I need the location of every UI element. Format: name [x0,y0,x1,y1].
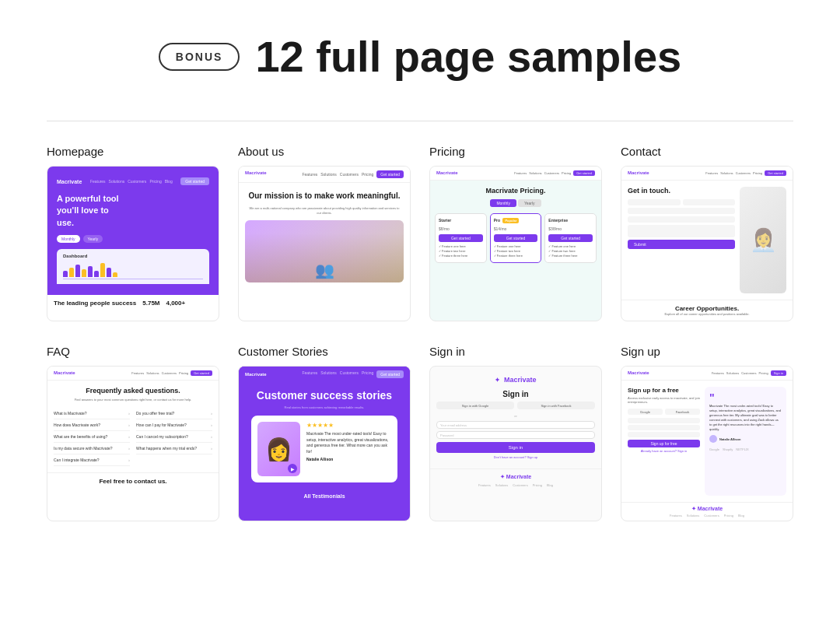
sample-preview-stories[interactable]: Macrivate Features Solutions Customers P… [238,366,411,521]
faq-item[interactable]: Can I cancel my subscription? › [136,431,212,443]
sample-preview-pricing[interactable]: Macrivate Features Solutions Customers P… [429,166,602,321]
sample-stories: Customer Stories Macrivate Features Solu… [238,345,411,521]
signup-facebook-btn[interactable]: Facebook [665,409,700,415]
contact-submit-btn[interactable]: Submit [628,240,735,249]
signin-google-btn[interactable]: Sign in with Google [436,402,514,409]
faq-item[interactable]: What are the benefits of using? › [54,431,130,443]
signin-logo-icon: ✦ [495,377,500,384]
sample-label-stories: Customer Stories [238,345,411,358]
contact-career-title: Career Opportunities. [628,305,786,312]
sample-preview-contact[interactable]: Macrivate Features Solutions Customers P… [621,166,793,321]
page-header: BONUS 12 full page samples [47,31,793,82]
sample-signin: Sign in ✦ Macrivate Sign in Sign in with… [429,345,602,521]
contact-topic[interactable] [628,216,735,223]
signin-password-field[interactable]: Password [436,431,595,439]
sample-faq: FAQ Macrivate Features Solutions Custome… [47,345,219,521]
faq-headline: Frequently asked questions. [54,387,212,395]
samples-row-2: FAQ Macrivate Features Solutions Custome… [47,345,793,521]
signup-signin-link[interactable]: Already have an account? Sign in [628,449,700,453]
faq-item[interactable]: Can I integrate Macrivate? › [54,454,130,466]
hp-stat-label: The leading people success [54,300,136,307]
about-people-image: 👥 [315,261,334,279]
stories-all-testimonials[interactable]: All Testimonials [245,493,404,499]
contact-agent-photo: 👩‍💼 [740,187,786,293]
pricing-tab-monthly[interactable]: Monthly [490,199,516,207]
contact-message[interactable] [628,225,735,237]
bonus-badge: BONUS [159,43,240,71]
pricing-tab-yearly[interactable]: Yearly [518,199,541,207]
faq-item[interactable]: How can I pay for Macrivate? › [136,419,212,431]
signup-password-field[interactable] [628,432,700,437]
stories-headline: Customer success stories [248,388,401,402]
signin-signup-link[interactable]: Don't have an account? Sign up [436,455,595,459]
pricing-headline: Macrivate Pricing. [435,187,597,195]
sample-label-homepage: Homepage [47,145,219,158]
contact-headline: Get in touch. [628,187,735,195]
stories-testimonial-card: 👩 ▶ ★★★★★ Macrivate The most under-rated… [251,416,397,482]
pricing-card-starter: Starter $8/mo Get started ✓ Feature one … [435,213,487,263]
signin-logo: ✦ Macrivate [436,376,595,384]
hp-stat-2: 4,000+ [166,300,186,307]
signup-author-avatar [709,435,717,443]
faq-item[interactable]: How does Macrivate work? › [54,419,130,431]
pricing-card-enterprise: Enterprise $38/mo Get started ✓ Feature … [544,213,597,263]
contact-firstname[interactable] [628,199,681,205]
sample-label-contact: Contact [621,145,793,158]
signin-bottom-logo: ✦ Macrivate [436,474,595,480]
sample-label-signin: Sign in [429,345,602,358]
signin-email-field[interactable]: Your email address [436,421,595,429]
hp-stat-1: 5.75M [142,300,159,307]
pricing-btn-starter[interactable]: Get started [439,234,483,242]
page-title: 12 full page samples [255,31,681,82]
sample-label-faq: FAQ [47,345,219,358]
about-headline: Our mission is to make work meaningful. [248,191,401,202]
samples-row-1: Homepage Macrivate Features Solutions Cu… [47,145,793,321]
signin-headline: Sign in [436,390,595,398]
signup-submit-btn[interactable]: Sign up for free [628,440,700,447]
hp-headline: A powerful tool you'll love to use. [57,193,119,229]
hp-logo: Macrivate [57,179,82,184]
sample-preview-homepage[interactable]: Macrivate Features Solutions Customers P… [47,166,219,321]
sample-preview-signup[interactable]: Macrivate Features Solutions Customers P… [621,366,793,521]
pricing-btn-enterprise[interactable]: Get started [548,234,593,242]
faq-item[interactable]: What happens when my trial ends? › [136,443,212,454]
faq-item[interactable]: Do you offer free trial? › [136,408,212,419]
signin-facebook-btn[interactable]: Sign in with Facebook [517,402,595,409]
sample-label-signup: Sign up [621,345,793,358]
sample-about: About us Macrivate Features Solutions Cu… [238,145,411,321]
sample-contact: Contact Macrivate Features Solutions Cus… [621,145,793,321]
faq-item[interactable]: What is Macrivate? › [54,408,130,419]
contact-lastname[interactable] [683,199,736,205]
stories-review-text: Macrivate The most under-rated tools! Ea… [306,431,391,454]
stories-author: Natalie Allison [306,457,391,461]
signup-footer-logo: ✦ Macrivate [628,506,786,512]
sample-preview-faq[interactable]: Macrivate Features Solutions Customers P… [47,366,219,521]
sample-preview-signin[interactable]: ✦ Macrivate Sign in Sign in with Google … [429,366,602,521]
signup-headline: Sign up for a free [628,387,700,394]
stories-avatar: 👩 ▶ [257,422,300,476]
pricing-btn-pro[interactable]: Get started [494,234,538,242]
hp-get-started[interactable]: Get started [180,177,209,185]
signup-testimonial: " Macrivate The most under-rated tools! … [705,387,786,496]
sample-homepage: Homepage Macrivate Features Solutions Cu… [47,145,219,321]
section-divider [47,121,793,121]
sample-label-about: About us [238,145,411,158]
signin-submit-btn[interactable]: Sign in [436,442,595,453]
signup-name-field[interactable] [628,418,700,423]
signup-email-field[interactable] [628,425,700,430]
stories-stars: ★★★★★ [306,422,391,429]
stories-sub: Real stories from customers achieving re… [248,405,401,409]
signup-google-btn[interactable]: Google [628,409,663,415]
sample-pricing: Pricing Macrivate Features Solutions Cus… [429,145,602,321]
sample-preview-about[interactable]: Macrivate Features Solutions Customers P… [238,166,411,321]
faq-item[interactable]: Is my data secure with Macrivate? › [54,443,130,454]
contact-email[interactable] [628,208,735,214]
pricing-card-pro: Pro Popular $14/mo Get started ✓ Feature… [490,213,542,263]
sample-label-pricing: Pricing [429,145,602,158]
sample-signup: Sign up Macrivate Features Solutions Cus… [621,345,793,521]
faq-footer-text: Feel free to contact us. [54,478,212,485]
